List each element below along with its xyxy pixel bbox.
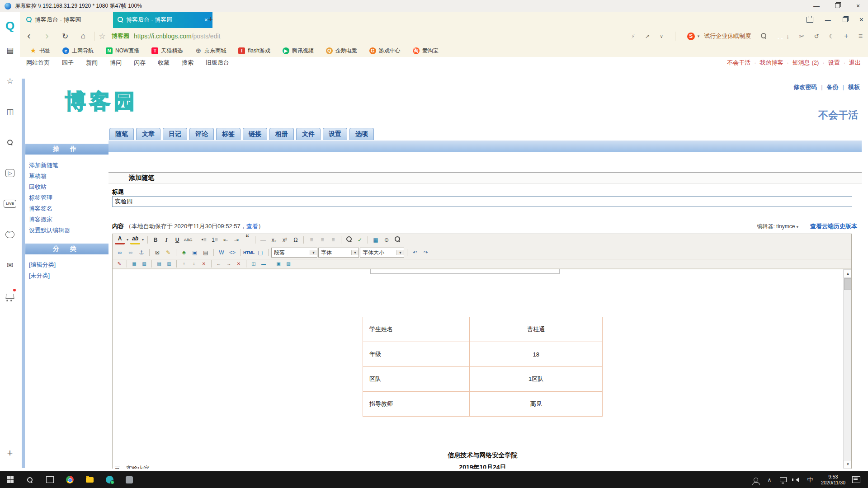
redo-icon[interactable]: ↷: [421, 248, 431, 257]
flash-plugin-icon[interactable]: ⚡: [631, 33, 635, 40]
show-desktop-button[interactable]: [866, 471, 868, 488]
bookmark-item[interactable]: e 上网导航: [62, 47, 94, 55]
undo-icon[interactable]: ↶: [410, 248, 420, 257]
network-icon[interactable]: [776, 471, 790, 488]
blog-title[interactable]: 不会干活: [818, 108, 858, 122]
browser-close-button[interactable]: ×: [859, 16, 863, 24]
insert-time-icon[interactable]: ⊙: [382, 235, 392, 244]
site-nav-link[interactable]: 收藏: [158, 59, 170, 67]
user-link[interactable]: 我的博客: [750, 59, 783, 67]
search-icon[interactable]: [0, 127, 20, 158]
indent-icon[interactable]: ⇥: [231, 235, 241, 244]
ime-indicator[interactable]: 中: [803, 471, 817, 488]
tab-inactive[interactable]: 博客后台 - 博客园: [22, 12, 120, 28]
cart-icon[interactable]: [0, 281, 20, 311]
chrome-icon[interactable]: [60, 471, 80, 488]
bookmark-item[interactable]: Q 企鹅电竞: [326, 47, 357, 55]
collapse-icon[interactable]: ∨: [660, 34, 663, 39]
source-code-icon[interactable]: <>: [227, 248, 237, 257]
admin-link[interactable]: 修改密码: [793, 83, 817, 91]
browser-logo-icon[interactable]: Q: [0, 19, 20, 33]
blockquote-icon[interactable]: “: [242, 235, 252, 244]
user-link[interactable]: 设置: [819, 59, 840, 67]
admin-tab[interactable]: 日记: [163, 128, 187, 140]
monitor-app-taskbar-icon[interactable]: [119, 471, 139, 488]
taskbar-search-icon[interactable]: [20, 471, 40, 488]
admin-link[interactable]: 模板: [839, 83, 860, 91]
bookmark-item[interactable]: 淘 爱淘宝: [413, 47, 439, 55]
share-icon[interactable]: ↗: [645, 33, 650, 40]
spellcheck-icon[interactable]: ✓: [355, 235, 365, 244]
theme-icon[interactable]: [807, 17, 813, 23]
video-icon[interactable]: ▷: [0, 158, 20, 188]
preview-icon[interactable]: [392, 235, 402, 244]
remove-format-icon[interactable]: ⊠: [152, 248, 162, 257]
scroll-down-icon[interactable]: ▼: [844, 460, 851, 469]
task-view-icon[interactable]: [40, 471, 60, 488]
scrollbar-thumb[interactable]: [844, 278, 851, 290]
night-mode-icon[interactable]: ☾: [829, 33, 835, 40]
sidebar-link[interactable]: [编辑分类]: [25, 259, 108, 270]
cloud-history-link[interactable]: 查看云端历史版本: [810, 222, 857, 230]
add-icon[interactable]: +: [844, 32, 848, 40]
template-icon[interactable]: ▢: [255, 248, 265, 257]
tab-active[interactable]: 博客后台 - 博客园 ×: [113, 12, 212, 28]
monitor-minimize-button[interactable]: —: [813, 2, 820, 9]
back-button[interactable]: ‹: [20, 30, 38, 42]
admin-tab[interactable]: 标签: [216, 128, 241, 140]
live-icon[interactable]: LIVE: [0, 188, 20, 219]
clock[interactable]: 9:53 2020/11/30: [817, 474, 849, 486]
sidebar-link[interactable]: 回收站: [25, 182, 108, 192]
insert-image-icon[interactable]: ♣: [179, 248, 189, 257]
highlight-color-menu-icon[interactable]: ▾: [141, 235, 145, 244]
bookmark-item[interactable]: ▶ 腾讯视频: [283, 47, 314, 55]
reading-icon[interactable]: ◫: [0, 96, 20, 127]
url-path[interactable]: /posts/edit: [192, 33, 221, 40]
font-family-dropdown[interactable]: 字体▾: [318, 248, 359, 258]
insert-picture-icon[interactable]: ▣: [190, 248, 200, 257]
bookmark-item[interactable]: N NOW直播: [106, 47, 139, 55]
admin-tab[interactable]: 链接: [243, 128, 267, 140]
delete-row-icon[interactable]: ✕: [199, 260, 208, 267]
delete-col-icon[interactable]: ✕: [234, 260, 243, 267]
history-icon[interactable]: ↺: [814, 33, 819, 40]
admin-tab[interactable]: 评论: [189, 128, 214, 140]
scroll-up-icon[interactable]: ▲: [844, 269, 851, 278]
insert-media-icon[interactable]: ▤: [201, 248, 211, 257]
sidebar-link[interactable]: 博客签名: [25, 203, 108, 214]
editor-content-area[interactable]: 学生姓名 曹桂通 年级 18 区队 1区队: [113, 269, 851, 469]
start-button[interactable]: [0, 471, 20, 488]
monitor-restore-button[interactable]: [834, 2, 841, 9]
refresh-button[interactable]: ↻: [56, 32, 74, 41]
strikethrough-icon[interactable]: ABC: [183, 235, 193, 244]
cleanup-icon[interactable]: ✎: [163, 248, 173, 257]
admin-tab[interactable]: 相册: [269, 128, 294, 140]
sogou-menu-icon[interactable]: ▾: [698, 34, 700, 38]
align-center-icon[interactable]: ≡: [317, 235, 327, 244]
cnblogs-logo[interactable]: 博客园: [65, 88, 138, 116]
rail-add-icon[interactable]: +: [0, 447, 20, 459]
align-right-icon[interactable]: ≡: [328, 235, 338, 244]
bookmark-star-icon[interactable]: ☆: [96, 32, 108, 41]
title-input[interactable]: [112, 196, 852, 207]
url-host[interactable]: https://i.cnblogs.com: [134, 33, 192, 40]
subscript-icon[interactable]: x₂: [269, 235, 279, 244]
table-properties-icon[interactable]: ▧: [140, 260, 149, 267]
download-icon[interactable]: ↓: [786, 33, 789, 40]
screenshot-icon[interactable]: ✂: [799, 33, 804, 40]
text-color-icon[interactable]: A: [115, 235, 125, 244]
address-hint-text[interactable]: 试行企业休眠制度: [704, 32, 751, 40]
superscript-icon[interactable]: x²: [280, 235, 290, 244]
align-left-icon[interactable]: ≡: [307, 235, 316, 244]
highlight-color-icon[interactable]: ab: [130, 235, 140, 244]
site-nav-link[interactable]: 闪存: [134, 59, 146, 67]
autosave-view-link[interactable]: 查看: [246, 223, 258, 230]
merge-cells-icon[interactable]: ▬: [259, 260, 268, 267]
user-link[interactable]: 不会干活: [727, 59, 750, 67]
sidebar-link[interactable]: 添加新随笔: [25, 160, 108, 171]
contacts-icon[interactable]: [749, 471, 763, 488]
site-nav-link[interactable]: 旧版后台: [206, 59, 229, 67]
menu-icon[interactable]: ≡: [859, 32, 863, 40]
numbered-list-icon[interactable]: 1≡: [210, 235, 220, 244]
sogou-icon[interactable]: S: [687, 33, 695, 40]
